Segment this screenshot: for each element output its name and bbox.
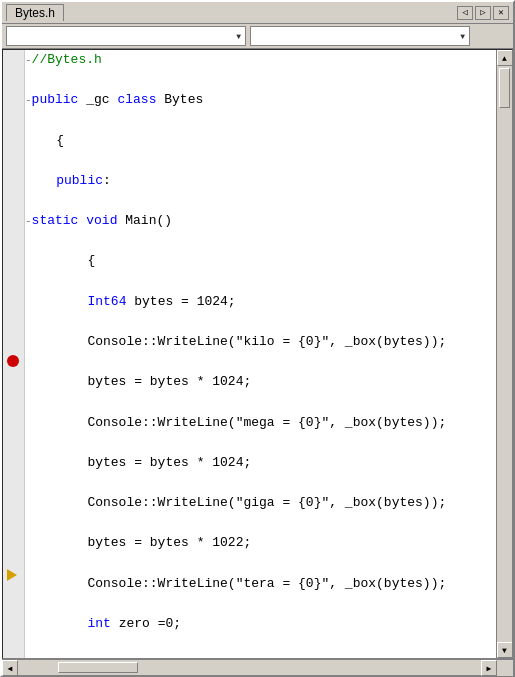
- right-dropdown[interactable]: ▼: [250, 26, 470, 46]
- int-i-line: int i = 3 / zero;: [25, 656, 220, 658]
- right-dropdown-arrow: ▼: [460, 32, 465, 41]
- scroll-down-button[interactable]: ▼: [497, 642, 513, 658]
- bytes-x1024-1: bytes = bytes * 1024;: [25, 374, 251, 389]
- scroll-thumb-v[interactable]: [499, 68, 510, 108]
- gutter: [3, 50, 25, 658]
- class-keyword: class: [117, 92, 156, 107]
- breakpoint-marker[interactable]: [7, 355, 19, 367]
- static-keyword: static: [32, 213, 79, 228]
- title-bar: Bytes.h ◁ ▷ ✕: [2, 2, 513, 24]
- scroll-up-button[interactable]: ▲: [497, 50, 513, 66]
- blank-line: [25, 274, 33, 289]
- scroll-thumb-h[interactable]: [58, 662, 138, 673]
- int64-line: Int64 bytes = 1024;: [25, 294, 236, 309]
- blank-line: [25, 435, 33, 450]
- comment-line: //Bytes.h: [32, 52, 102, 67]
- main-func: Main(): [125, 213, 172, 228]
- blank-line: [25, 72, 33, 87]
- blank-line: [25, 354, 33, 369]
- blank-line: [25, 193, 33, 208]
- void-keyword: void: [86, 213, 117, 228]
- title-bar-controls: ◁ ▷ ✕: [457, 6, 509, 20]
- writeline-mega: Console::WriteLine("mega = {0}", _box(by…: [25, 415, 446, 430]
- close-button[interactable]: ✕: [493, 6, 509, 20]
- public-label: public:: [25, 173, 111, 188]
- editor-area: -//Bytes.h -public _gc class Bytes { pub…: [2, 49, 513, 659]
- collapse-1[interactable]: -: [25, 54, 32, 66]
- int-zero-line: int zero =0;: [25, 616, 181, 631]
- blank-line: [25, 314, 33, 329]
- scroll-track-h[interactable]: [18, 660, 481, 675]
- blank-line: [25, 112, 33, 127]
- left-dropdown[interactable]: ▼: [6, 26, 246, 46]
- class-name: Bytes: [164, 92, 203, 107]
- collapse-9[interactable]: -: [25, 215, 32, 227]
- blank-line: [25, 636, 33, 651]
- writeline-kilo: Console::WriteLine("kilo = {0}", _box(by…: [25, 334, 446, 349]
- open-brace-1: {: [25, 133, 64, 148]
- forward-button[interactable]: ▷: [475, 6, 491, 20]
- current-line-arrow: [7, 569, 17, 581]
- blank-line: [25, 394, 33, 409]
- left-dropdown-arrow: ▼: [236, 32, 241, 41]
- blank-line: [25, 556, 33, 571]
- scrollbar-corner: [497, 660, 513, 676]
- writeline-tera: Console::WriteLine("tera = {0}", _box(by…: [25, 576, 446, 591]
- bytes-x1024-2: bytes = bytes * 1024;: [25, 455, 251, 470]
- scroll-right-button[interactable]: ▶: [481, 660, 497, 676]
- toolbar: ▼ ▼: [2, 24, 513, 49]
- code-editor[interactable]: -//Bytes.h -public _gc class Bytes { pub…: [25, 50, 496, 658]
- file-tab[interactable]: Bytes.h: [6, 4, 64, 21]
- writeline-giga: Console::WriteLine("giga = {0}", _box(by…: [25, 495, 446, 510]
- blank-line: [25, 515, 33, 530]
- vertical-scrollbar: ▲ ▼: [496, 50, 512, 658]
- tab-label: Bytes.h: [15, 6, 55, 20]
- back-button[interactable]: ◁: [457, 6, 473, 20]
- collapse-3[interactable]: -: [25, 94, 32, 106]
- open-brace-2: {: [25, 253, 95, 268]
- blank-line: [25, 153, 33, 168]
- bottom-bar: ◀ ▶: [2, 659, 513, 675]
- scroll-left-button[interactable]: ◀: [2, 660, 18, 676]
- blank-line: [25, 233, 33, 248]
- scroll-track-v[interactable]: [497, 66, 512, 642]
- blank-line: [25, 475, 33, 490]
- main-window: Bytes.h ◁ ▷ ✕ ▼ ▼ -//Bytes.h -public _gc…: [0, 0, 515, 677]
- blank-line: [25, 596, 33, 611]
- bytes-x1022: bytes = bytes * 1022;: [25, 535, 251, 550]
- public-keyword: public: [32, 92, 79, 107]
